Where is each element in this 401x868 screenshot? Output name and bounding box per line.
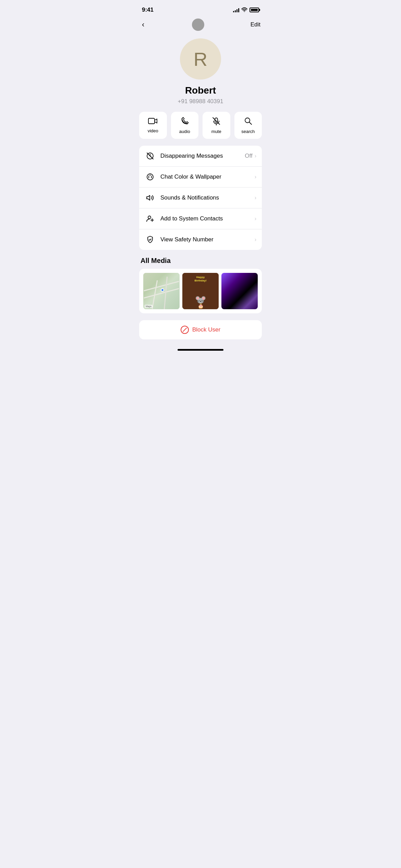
sounds-icon xyxy=(145,192,156,203)
disappearing-icon xyxy=(145,150,156,161)
chevron-icon: › xyxy=(255,153,256,159)
safety-number-item[interactable]: View Safety Number › xyxy=(139,229,262,250)
mute-button[interactable]: mute xyxy=(203,112,230,139)
add-contact-label: Add to System Contacts xyxy=(160,215,255,222)
chat-color-icon xyxy=(145,171,156,182)
birthday-text: Happy Birthday! xyxy=(182,276,219,282)
chevron-icon: › xyxy=(255,174,256,180)
home-indicator xyxy=(134,346,267,352)
all-media-title: All Media xyxy=(134,257,267,269)
audio-icon xyxy=(180,117,189,127)
avatar-initial: R xyxy=(194,48,207,70)
contact-phone: +91 98988 40391 xyxy=(178,98,223,105)
contact-header: R Robert +91 98988 40391 xyxy=(134,35,267,112)
disappearing-messages-value: Off xyxy=(245,153,252,159)
svg-point-7 xyxy=(151,176,152,177)
home-bar xyxy=(178,349,223,351)
status-time: 9:41 xyxy=(142,7,154,13)
chat-color-label: Chat Color & Wallpaper xyxy=(160,173,255,180)
media-thumb-map[interactable]: Maps xyxy=(143,273,180,309)
search-icon xyxy=(244,117,253,127)
contact-name: Robert xyxy=(185,85,216,96)
svg-point-12 xyxy=(148,216,151,219)
media-thumb-birthday[interactable]: Happy Birthday! 🐭 🎂 xyxy=(182,273,219,309)
disappearing-messages-item[interactable]: Disappearing Messages Off › xyxy=(139,146,262,167)
status-icons xyxy=(233,7,259,13)
svg-point-0 xyxy=(244,11,245,12)
svg-point-6 xyxy=(148,176,149,177)
block-user-item[interactable]: Block User xyxy=(139,320,262,339)
signal-icon xyxy=(233,8,239,12)
video-button[interactable]: video xyxy=(139,112,167,139)
media-section: Maps Happy Birthday! 🐭 🎂 xyxy=(139,269,262,313)
media-grid: Maps Happy Birthday! 🐭 🎂 xyxy=(143,273,258,309)
svg-point-9 xyxy=(148,177,149,178)
mute-label: mute xyxy=(211,129,221,134)
search-label: search xyxy=(241,129,255,134)
action-buttons: video audio mute xyxy=(134,112,267,146)
block-icon xyxy=(181,326,189,334)
avatar: R xyxy=(180,38,221,80)
block-user-label: Block User xyxy=(192,326,220,333)
wifi-icon xyxy=(241,7,247,13)
add-contact-icon xyxy=(145,213,156,224)
chevron-icon: › xyxy=(255,237,256,243)
svg-point-10 xyxy=(151,177,152,178)
battery-icon xyxy=(250,8,259,12)
chevron-icon: › xyxy=(255,216,256,222)
svg-point-8 xyxy=(150,175,151,176)
chevron-icon: › xyxy=(255,195,256,201)
chat-color-item[interactable]: Chat Color & Wallpaper › xyxy=(139,167,262,188)
svg-marker-11 xyxy=(147,195,150,200)
media-thumb-purple[interactable] xyxy=(221,273,258,309)
search-button[interactable]: search xyxy=(234,112,262,139)
edit-button[interactable]: Edit xyxy=(251,21,260,28)
sounds-item[interactable]: Sounds & Notifications › xyxy=(139,188,262,208)
mute-icon xyxy=(212,117,221,127)
video-label: video xyxy=(148,128,158,133)
settings-section: Disappearing Messages Off › Chat Color &… xyxy=(139,146,262,250)
safety-number-label: View Safety Number xyxy=(160,236,255,243)
safety-number-icon xyxy=(145,234,156,245)
back-button[interactable]: ‹ xyxy=(141,19,146,31)
sounds-label: Sounds & Notifications xyxy=(160,194,255,201)
add-contact-item[interactable]: Add to System Contacts › xyxy=(139,208,262,229)
video-icon xyxy=(148,117,158,126)
nav-dot xyxy=(192,19,204,31)
audio-button[interactable]: audio xyxy=(171,112,199,139)
status-bar: 9:41 xyxy=(134,0,267,17)
disappearing-messages-label: Disappearing Messages xyxy=(160,153,245,159)
block-section: Block User xyxy=(139,320,262,339)
svg-rect-1 xyxy=(148,118,155,124)
nav-bar: ‹ Edit xyxy=(134,17,267,35)
audio-label: audio xyxy=(179,129,190,134)
